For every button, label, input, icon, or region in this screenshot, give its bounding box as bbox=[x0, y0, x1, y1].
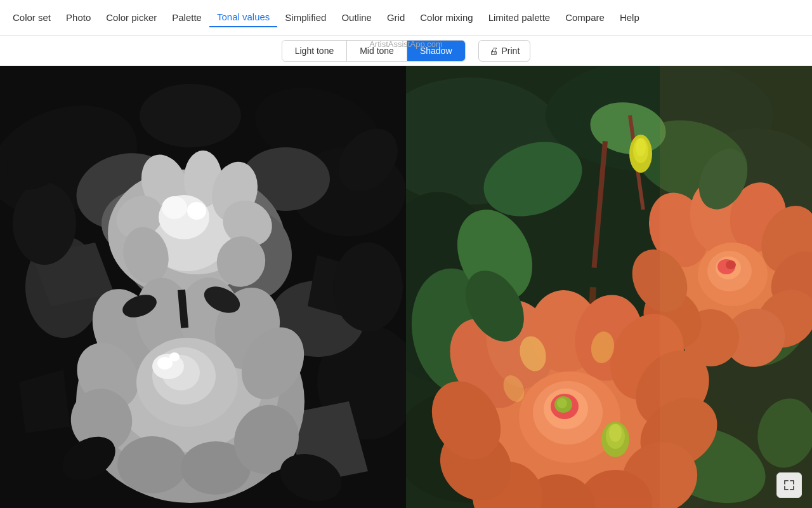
nav-item-help[interactable]: Help bbox=[612, 8, 647, 27]
nav-item-grid[interactable]: Grid bbox=[379, 8, 412, 27]
tone-button-group: Light toneMid toneShadow bbox=[282, 40, 466, 62]
print-button[interactable]: 🖨Print bbox=[478, 40, 531, 62]
nav-item-color-picker[interactable]: Color picker bbox=[98, 8, 164, 27]
left-panel bbox=[0, 66, 406, 508]
svg-point-83 bbox=[636, 138, 646, 156]
expand-icon bbox=[783, 479, 796, 491]
svg-point-119 bbox=[557, 398, 567, 408]
print-label: Print bbox=[502, 46, 520, 56]
svg-point-29 bbox=[162, 196, 187, 219]
tonal-image bbox=[0, 66, 406, 508]
svg-rect-129 bbox=[660, 66, 812, 508]
color-image bbox=[406, 66, 812, 508]
svg-point-49 bbox=[169, 352, 180, 361]
expand-button[interactable] bbox=[776, 472, 802, 498]
tone-btn-mid-tone[interactable]: Mid tone bbox=[347, 41, 407, 61]
svg-point-122 bbox=[609, 424, 622, 442]
nav-item-tonal-values[interactable]: Tonal values bbox=[209, 8, 277, 27]
nav-item-simplified[interactable]: Simplified bbox=[277, 8, 334, 27]
right-panel bbox=[406, 66, 812, 508]
nav-item-limited-palette[interactable]: Limited palette bbox=[481, 8, 558, 27]
svg-point-56 bbox=[13, 182, 76, 265]
svg-point-55 bbox=[333, 243, 403, 331]
nav-item-color-mixing[interactable]: Color mixing bbox=[412, 8, 480, 27]
nav-item-compare[interactable]: Compare bbox=[558, 8, 612, 27]
nav-item-photo[interactable]: Photo bbox=[58, 8, 98, 27]
nav-item-palette[interactable]: Palette bbox=[164, 8, 209, 27]
main-content bbox=[0, 66, 812, 508]
nav-item-outline[interactable]: Outline bbox=[334, 8, 379, 27]
svg-point-41 bbox=[117, 436, 187, 493]
sub-nav: ArtistAssistApp.comLight toneMid toneSha… bbox=[0, 36, 812, 66]
tone-btn-shadow[interactable]: Shadow bbox=[407, 41, 465, 61]
tone-btn-light-tone[interactable]: Light tone bbox=[282, 41, 348, 61]
svg-point-3 bbox=[140, 84, 241, 147]
printer-icon: 🖨 bbox=[489, 46, 498, 56]
svg-point-30 bbox=[187, 202, 206, 220]
nav-item-color-set[interactable]: Color set bbox=[5, 8, 58, 27]
nav-bar: Color setPhotoColor pickerPaletteTonal v… bbox=[0, 0, 812, 36]
